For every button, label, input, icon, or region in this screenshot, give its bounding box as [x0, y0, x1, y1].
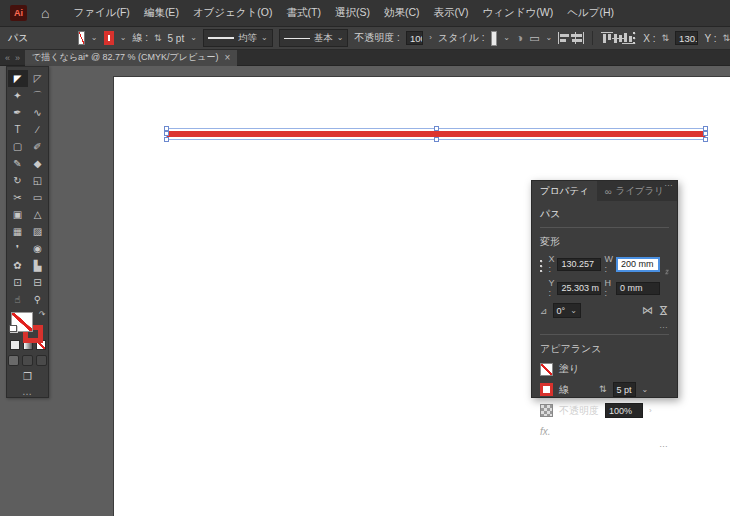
direct-selection-tool[interactable]: ◸ — [28, 70, 48, 87]
slice-tool[interactable]: ⊟ — [28, 274, 48, 291]
w-input[interactable]: 200 mm — [616, 257, 660, 272]
opacity-input[interactable]: 100% — [605, 403, 643, 418]
curvature-tool[interactable]: ∿ — [28, 104, 48, 121]
transform-more-options-icon[interactable]: … — [540, 320, 669, 330]
x-input[interactable]: 130.257 — [557, 258, 601, 271]
tab-scroll-left-icon[interactable]: « — [0, 53, 15, 63]
menu-help[interactable]: ヘルプ(H) — [567, 6, 614, 20]
draw-inside-button[interactable] — [36, 355, 47, 366]
selection-handle[interactable] — [434, 126, 439, 131]
chevron-down-icon[interactable]: ⌄ — [642, 386, 649, 394]
lasso-tool[interactable]: ⌒ — [28, 87, 48, 104]
menu-edit[interactable]: 編集(E) — [144, 6, 179, 20]
unlink-proportions-icon[interactable] — [665, 262, 669, 282]
symbol-sprayer-tool[interactable]: ✿ — [8, 257, 28, 274]
menu-view[interactable]: 表示(V) — [434, 6, 469, 20]
eyedropper-tool[interactable]: ❜ — [8, 240, 28, 257]
path-anchor-point[interactable] — [703, 131, 708, 136]
selection-tool[interactable]: ◤ — [8, 70, 28, 87]
shape-builder-tool[interactable]: ▣ — [8, 206, 28, 223]
artboard-tool[interactable]: ⊡ — [8, 274, 28, 291]
menu-object[interactable]: オブジェクト(O) — [193, 6, 273, 20]
tab-properties[interactable]: プロパティ — [532, 181, 597, 201]
panel-menu-icon[interactable]: … — [664, 178, 673, 188]
menu-select[interactable]: 選択(S) — [335, 6, 370, 20]
chevron-down-icon[interactable]: ⌄ — [91, 34, 98, 42]
effects-button[interactable]: fx. — [540, 426, 669, 437]
edit-toolbar-icon[interactable]: … — [22, 386, 33, 397]
document-tab[interactable]: で描くならai* @ 82.77 % (CMYK/プレビュー) × — [25, 50, 237, 66]
align-left-icon[interactable] — [558, 32, 563, 44]
expand-icon[interactable]: › — [429, 34, 432, 42]
scale-tool[interactable]: ◱ — [28, 172, 48, 189]
tab-cc-libraries[interactable]: ∞ ライブラリ — [597, 181, 672, 201]
align-middle-icon[interactable] — [612, 32, 617, 44]
fill-swatch-none[interactable] — [540, 363, 553, 376]
pencil-tool[interactable]: ✎ — [8, 155, 28, 172]
stroke-weight-input[interactable]: 5 pt — [613, 382, 636, 397]
artboard-options-icon[interactable]: ▭ — [529, 33, 539, 44]
stepper-icon[interactable]: ⇅ — [599, 385, 607, 394]
stroke-swatch-red[interactable] — [540, 383, 553, 396]
flip-horizontal-icon[interactable]: ⋈ — [642, 305, 653, 316]
stepper-icon[interactable]: ⇅ — [722, 34, 730, 43]
mesh-tool[interactable]: ▦ — [8, 223, 28, 240]
rectangle-tool[interactable]: ▢ — [8, 138, 28, 155]
default-fill-stroke-icon[interactable] — [9, 325, 18, 333]
fill-stroke-indicator[interactable]: ↷ — [11, 312, 45, 335]
chevron-down-icon[interactable]: ⌄ — [190, 34, 197, 42]
y-input[interactable]: 25.303 m — [557, 282, 601, 295]
perspective-grid-tool[interactable]: △ — [28, 206, 48, 223]
width-profile-dropdown[interactable]: 均等 ⌄ — [203, 29, 273, 47]
chevron-down-icon[interactable]: ⌄ — [120, 34, 127, 42]
selection-handle[interactable] — [434, 137, 439, 142]
selection-bounding-box[interactable] — [166, 128, 706, 140]
selection-handle[interactable] — [703, 137, 708, 142]
blend-tool[interactable]: ◉ — [28, 240, 48, 257]
type-tool[interactable]: T — [8, 121, 28, 138]
column-graph-tool[interactable]: ▙ — [28, 257, 48, 274]
swap-fill-stroke-icon[interactable]: ↷ — [39, 310, 46, 319]
free-transform-tool[interactable]: ▭ — [28, 189, 48, 206]
draw-normal-button[interactable] — [8, 355, 19, 366]
fill-color-swatch[interactable] — [78, 31, 84, 45]
chevron-down-icon[interactable]: ⌄ — [503, 34, 510, 42]
stepper-icon[interactable]: ⇅ — [662, 34, 670, 43]
line-segment-tool[interactable]: ∕ — [28, 121, 48, 138]
opacity-input[interactable]: 100% — [406, 31, 423, 45]
hand-tool[interactable]: ☝ — [8, 291, 28, 308]
stepper-icon[interactable]: ⇅ — [154, 34, 162, 43]
x-input[interactable]: 130.257 m — [675, 31, 698, 45]
menu-effect[interactable]: 効果(C) — [384, 6, 420, 20]
color-button[interactable] — [10, 340, 20, 350]
align-bottom-icon[interactable] — [622, 32, 627, 44]
zoom-tool[interactable]: ⚲ — [28, 291, 48, 308]
stroke-weight-value[interactable]: 5 pt — [168, 33, 185, 44]
close-icon[interactable]: × — [224, 52, 230, 63]
blob-brush-tool[interactable]: ◆ — [28, 155, 48, 172]
draw-behind-button[interactable] — [22, 355, 33, 366]
rotate-angle-dropdown[interactable]: 0° ⌄ — [553, 303, 581, 318]
reference-point-icon[interactable] — [540, 260, 543, 272]
magic-wand-tool[interactable]: ✦ — [8, 87, 28, 104]
tab-scroll-right-icon[interactable]: » — [15, 53, 25, 63]
menu-file[interactable]: ファイル(F) — [73, 6, 129, 20]
chevron-down-icon[interactable]: ⌄ — [546, 34, 553, 42]
rotate-tool[interactable]: ↻ — [8, 172, 28, 189]
home-icon[interactable]: ⌂ — [41, 6, 49, 20]
menu-type[interactable]: 書式(T) — [287, 6, 321, 20]
screen-mode-icon[interactable]: ❐ — [23, 371, 32, 382]
gradient-tool[interactable]: ▨ — [28, 223, 48, 240]
menu-window[interactable]: ウィンドウ(W) — [483, 6, 554, 20]
align-right-icon[interactable] — [580, 32, 585, 44]
brush-dropdown[interactable]: 基本 ⌄ — [279, 29, 349, 47]
selection-handle[interactable] — [164, 137, 169, 142]
scissors-tool[interactable]: ✂ — [8, 189, 28, 206]
path-anchor-point[interactable] — [164, 131, 169, 136]
stroke-color-swatch[interactable] — [104, 31, 114, 45]
flip-vertical-icon[interactable]: ⋈ — [658, 305, 669, 316]
globe-icon[interactable]: ◑ — [516, 32, 523, 44]
appearance-more-options-icon[interactable]: … — [540, 439, 669, 449]
expand-icon[interactable]: › — [649, 407, 652, 415]
paintbrush-tool[interactable]: ✐ — [28, 138, 48, 155]
